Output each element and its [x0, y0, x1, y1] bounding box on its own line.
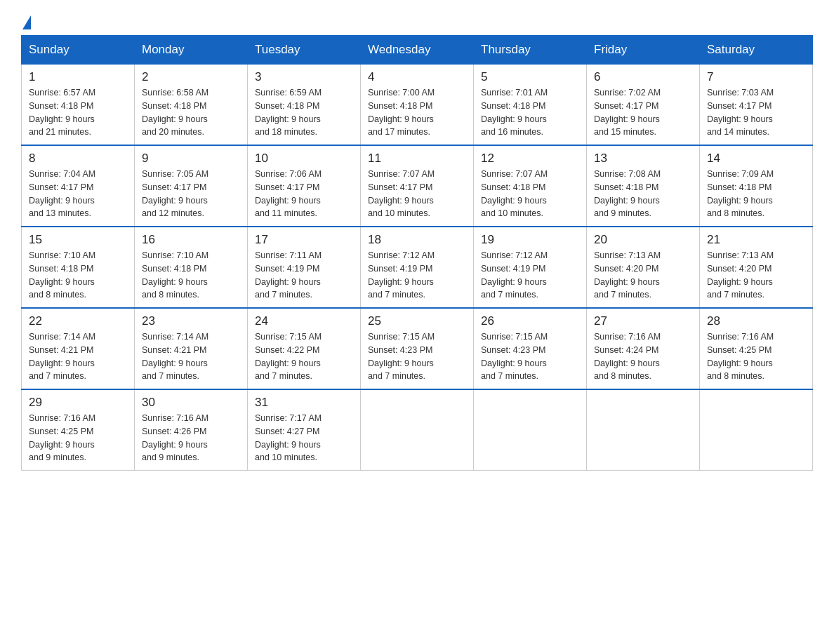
day-info: Sunrise: 7:16 AM Sunset: 4:25 PM Dayligh…	[707, 330, 805, 383]
day-info: Sunrise: 7:01 AM Sunset: 4:18 PM Dayligh…	[481, 86, 579, 139]
day-number: 20	[594, 233, 692, 247]
day-info: Sunrise: 7:16 AM Sunset: 4:24 PM Dayligh…	[594, 330, 692, 383]
day-info: Sunrise: 7:13 AM Sunset: 4:20 PM Dayligh…	[707, 249, 805, 302]
day-number: 21	[707, 233, 805, 247]
day-number: 11	[368, 152, 466, 166]
calendar-cell: 5 Sunrise: 7:01 AM Sunset: 4:18 PM Dayli…	[474, 65, 587, 146]
calendar-cell: 16 Sunrise: 7:10 AM Sunset: 4:18 PM Dayl…	[135, 227, 248, 308]
calendar-week-row: 1 Sunrise: 6:57 AM Sunset: 4:18 PM Dayli…	[22, 65, 813, 146]
day-info: Sunrise: 7:14 AM Sunset: 4:21 PM Dayligh…	[29, 330, 127, 383]
calendar-cell: 25 Sunrise: 7:15 AM Sunset: 4:23 PM Dayl…	[361, 308, 474, 389]
day-info: Sunrise: 7:06 AM Sunset: 4:17 PM Dayligh…	[255, 168, 353, 220]
calendar-cell	[587, 389, 700, 471]
calendar-cell	[700, 389, 813, 471]
day-info: Sunrise: 7:07 AM Sunset: 4:17 PM Dayligh…	[368, 168, 466, 220]
day-info: Sunrise: 7:15 AM Sunset: 4:23 PM Dayligh…	[368, 330, 466, 383]
day-info: Sunrise: 7:11 AM Sunset: 4:19 PM Dayligh…	[255, 249, 353, 302]
calendar-cell: 24 Sunrise: 7:15 AM Sunset: 4:22 PM Dayl…	[248, 308, 361, 389]
header-monday: Monday	[135, 36, 248, 65]
calendar-cell: 4 Sunrise: 7:00 AM Sunset: 4:18 PM Dayli…	[361, 65, 474, 146]
day-number: 15	[29, 233, 127, 247]
day-number: 13	[594, 152, 692, 166]
calendar-cell: 19 Sunrise: 7:12 AM Sunset: 4:19 PM Dayl…	[474, 227, 587, 308]
calendar-cell: 22 Sunrise: 7:14 AM Sunset: 4:21 PM Dayl…	[22, 308, 135, 389]
day-info: Sunrise: 7:15 AM Sunset: 4:23 PM Dayligh…	[481, 330, 579, 383]
day-info: Sunrise: 7:17 AM Sunset: 4:27 PM Dayligh…	[255, 412, 353, 464]
day-number: 19	[481, 233, 579, 247]
day-number: 2	[142, 70, 240, 84]
calendar-cell: 31 Sunrise: 7:17 AM Sunset: 4:27 PM Dayl…	[248, 389, 361, 471]
calendar-cell: 23 Sunrise: 7:14 AM Sunset: 4:21 PM Dayl…	[135, 308, 248, 389]
day-info: Sunrise: 7:10 AM Sunset: 4:18 PM Dayligh…	[29, 249, 127, 302]
day-number: 9	[142, 152, 240, 166]
day-info: Sunrise: 7:02 AM Sunset: 4:17 PM Dayligh…	[594, 86, 692, 139]
calendar-cell: 13 Sunrise: 7:08 AM Sunset: 4:18 PM Dayl…	[587, 145, 700, 227]
day-number: 28	[707, 314, 805, 328]
calendar-cell: 29 Sunrise: 7:16 AM Sunset: 4:25 PM Dayl…	[22, 389, 135, 471]
calendar-cell: 12 Sunrise: 7:07 AM Sunset: 4:18 PM Dayl…	[474, 145, 587, 227]
day-info: Sunrise: 6:58 AM Sunset: 4:18 PM Dayligh…	[142, 86, 240, 139]
day-info: Sunrise: 7:08 AM Sunset: 4:18 PM Dayligh…	[594, 168, 692, 220]
day-info: Sunrise: 7:15 AM Sunset: 4:22 PM Dayligh…	[255, 330, 353, 383]
calendar-cell: 28 Sunrise: 7:16 AM Sunset: 4:25 PM Dayl…	[700, 308, 813, 389]
day-info: Sunrise: 7:05 AM Sunset: 4:17 PM Dayligh…	[142, 168, 240, 220]
day-number: 23	[142, 314, 240, 328]
day-number: 3	[255, 70, 353, 84]
day-number: 10	[255, 152, 353, 166]
calendar-cell: 2 Sunrise: 6:58 AM Sunset: 4:18 PM Dayli…	[135, 65, 248, 146]
header-tuesday: Tuesday	[248, 36, 361, 65]
day-info: Sunrise: 7:00 AM Sunset: 4:18 PM Dayligh…	[368, 86, 466, 139]
day-number: 6	[594, 70, 692, 84]
day-info: Sunrise: 7:04 AM Sunset: 4:17 PM Dayligh…	[29, 168, 127, 220]
day-number: 12	[481, 152, 579, 166]
day-number: 16	[142, 233, 240, 247]
day-number: 1	[29, 70, 127, 84]
calendar-cell: 20 Sunrise: 7:13 AM Sunset: 4:20 PM Dayl…	[587, 227, 700, 308]
logo-triangle-icon	[22, 15, 31, 29]
day-info: Sunrise: 7:03 AM Sunset: 4:17 PM Dayligh…	[707, 86, 805, 139]
calendar-cell: 7 Sunrise: 7:03 AM Sunset: 4:17 PM Dayli…	[700, 65, 813, 146]
calendar-cell: 27 Sunrise: 7:16 AM Sunset: 4:24 PM Dayl…	[587, 308, 700, 389]
page-header	[21, 14, 813, 28]
day-number: 8	[29, 152, 127, 166]
calendar-cell: 21 Sunrise: 7:13 AM Sunset: 4:20 PM Dayl…	[700, 227, 813, 308]
calendar-cell: 10 Sunrise: 7:06 AM Sunset: 4:17 PM Dayl…	[248, 145, 361, 227]
calendar-cell: 14 Sunrise: 7:09 AM Sunset: 4:18 PM Dayl…	[700, 145, 813, 227]
day-info: Sunrise: 6:57 AM Sunset: 4:18 PM Dayligh…	[29, 86, 127, 139]
day-info: Sunrise: 7:13 AM Sunset: 4:20 PM Dayligh…	[594, 249, 692, 302]
calendar-cell: 26 Sunrise: 7:15 AM Sunset: 4:23 PM Dayl…	[474, 308, 587, 389]
day-info: Sunrise: 7:10 AM Sunset: 4:18 PM Dayligh…	[142, 249, 240, 302]
day-number: 25	[368, 314, 466, 328]
header-friday: Friday	[587, 36, 700, 65]
calendar-cell: 1 Sunrise: 6:57 AM Sunset: 4:18 PM Dayli…	[22, 65, 135, 146]
header-thursday: Thursday	[474, 36, 587, 65]
day-number: 26	[481, 314, 579, 328]
day-number: 22	[29, 314, 127, 328]
calendar-week-row: 22 Sunrise: 7:14 AM Sunset: 4:21 PM Dayl…	[22, 308, 813, 389]
header-saturday: Saturday	[700, 36, 813, 65]
calendar-cell: 18 Sunrise: 7:12 AM Sunset: 4:19 PM Dayl…	[361, 227, 474, 308]
header-wednesday: Wednesday	[361, 36, 474, 65]
calendar-table: SundayMondayTuesdayWednesdayThursdayFrid…	[21, 35, 813, 471]
calendar-cell: 17 Sunrise: 7:11 AM Sunset: 4:19 PM Dayl…	[248, 227, 361, 308]
day-info: Sunrise: 7:12 AM Sunset: 4:19 PM Dayligh…	[368, 249, 466, 302]
day-info: Sunrise: 7:16 AM Sunset: 4:26 PM Dayligh…	[142, 412, 240, 464]
calendar-cell	[474, 389, 587, 471]
header-sunday: Sunday	[22, 36, 135, 65]
day-number: 29	[29, 396, 127, 410]
day-info: Sunrise: 7:12 AM Sunset: 4:19 PM Dayligh…	[481, 249, 579, 302]
day-info: Sunrise: 7:16 AM Sunset: 4:25 PM Dayligh…	[29, 412, 127, 464]
calendar-cell: 9 Sunrise: 7:05 AM Sunset: 4:17 PM Dayli…	[135, 145, 248, 227]
calendar-week-row: 29 Sunrise: 7:16 AM Sunset: 4:25 PM Dayl…	[22, 389, 813, 471]
calendar-cell: 6 Sunrise: 7:02 AM Sunset: 4:17 PM Dayli…	[587, 65, 700, 146]
calendar-cell	[361, 389, 474, 471]
calendar-cell: 30 Sunrise: 7:16 AM Sunset: 4:26 PM Dayl…	[135, 389, 248, 471]
calendar-header-row: SundayMondayTuesdayWednesdayThursdayFrid…	[22, 36, 813, 65]
calendar-cell: 15 Sunrise: 7:10 AM Sunset: 4:18 PM Dayl…	[22, 227, 135, 308]
calendar-week-row: 8 Sunrise: 7:04 AM Sunset: 4:17 PM Dayli…	[22, 145, 813, 227]
day-number: 7	[707, 70, 805, 84]
day-number: 14	[707, 152, 805, 166]
day-info: Sunrise: 7:14 AM Sunset: 4:21 PM Dayligh…	[142, 330, 240, 383]
calendar-cell: 8 Sunrise: 7:04 AM Sunset: 4:17 PM Dayli…	[22, 145, 135, 227]
day-info: Sunrise: 7:09 AM Sunset: 4:18 PM Dayligh…	[707, 168, 805, 220]
